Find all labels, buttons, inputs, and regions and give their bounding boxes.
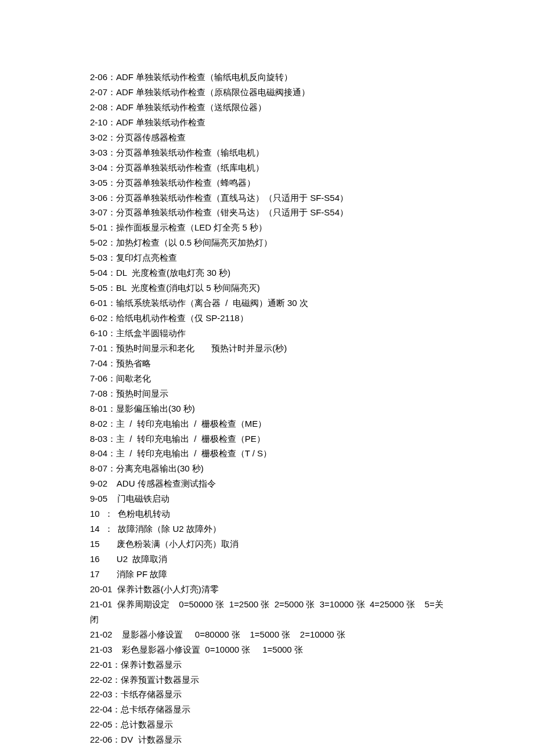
- text-line: 3-02：分页器传感器检查: [90, 130, 444, 145]
- text-line: 7-08：预热时间显示: [90, 386, 444, 401]
- text-line: 7-06：间歇老化: [90, 371, 444, 386]
- text-line: 3-07：分页器单独装纸动作检查（钳夹马达）（只适用于 SF-S54）: [90, 205, 444, 220]
- text-line: 6-01：输纸系统装纸动作（离合器 / 电磁阀）通断 30 次: [90, 296, 444, 311]
- document-page: 2-06：ADF 单独装纸动作检查（输纸电机反向旋转）2-07：ADF 单独装纸…: [0, 0, 534, 756]
- text-line: 15 废色粉装满（小人灯闪亮）取消: [90, 537, 444, 552]
- text-line: 22-02：保养预置计数器显示: [90, 672, 444, 687]
- text-line: 2-06：ADF 单独装纸动作检查（输纸电机反向旋转）: [90, 70, 444, 85]
- text-line: 9-02 ADU 传感器检查测试指令: [90, 476, 444, 491]
- text-line: 22-03：卡纸存储器显示: [90, 687, 444, 702]
- text-line: 8-02：主 / 转印充电输出 / 栅极检查（ME）: [90, 416, 444, 431]
- text-line: 2-08：ADF 单独装纸动作检查（送纸限位器）: [90, 100, 444, 115]
- text-line: 3-04：分页器单独装纸动作检查（纸库电机）: [90, 160, 444, 175]
- text-line: 8-07：分离充电器输出(30 秒): [90, 461, 444, 476]
- text-line: 5-05：BL 光度检查(消电灯以 5 秒间隔亮灭): [90, 280, 444, 296]
- text-line: 7-01：预热时间显示和老化 预热计时并显示(秒): [90, 341, 444, 356]
- text-line: 3-03：分页器单独装纸动作检查（输纸电机）: [90, 145, 444, 160]
- text-line: 8-03：主 / 转印充电输出 / 栅极检查（PE）: [90, 431, 444, 447]
- text-line: 16 U2 故障取消: [90, 552, 444, 567]
- text-line: 8-04：主 / 转印充电输出 / 栅极检查（T / S）: [90, 446, 444, 461]
- text-line: 2-07：ADF 单独装纸动作检查（原稿限位器电磁阀接通）: [90, 85, 444, 100]
- text-line: 21-02 显影器小修设置 0=80000 张 1=5000 张 2=10000…: [90, 627, 444, 642]
- text-line: 20-01 保养计数器(小人灯亮)清零: [90, 582, 444, 597]
- text-line: 3-05：分页器单独装纸动作检查（蜂鸣器）: [90, 175, 444, 190]
- document-content: 2-06：ADF 单独装纸动作检查（输纸电机反向旋转）2-07：ADF 单独装纸…: [90, 70, 444, 747]
- text-line: 5-01：操作面板显示检查（LED 灯全亮 5 秒）: [90, 220, 444, 235]
- text-line: 5-03：复印灯点亮检查: [90, 250, 444, 265]
- text-line: 8-01：显影偏压输出(30 秒): [90, 401, 444, 416]
- text-line: 17 消除 PF 故障: [90, 567, 444, 582]
- text-line: 3-06：分页器单独装纸动作检查（直线马达）（只适用于 SF-S54）: [90, 190, 444, 206]
- text-line: 2-10：ADF 单独装纸动作检查: [90, 115, 444, 130]
- text-line: 7-04：预热省略: [90, 356, 444, 371]
- text-line: 6-10：主纸盒半圆辊动作: [90, 326, 444, 341]
- text-line: 5-02：加热灯检查（以 0.5 秒间隔亮灭加热灯）: [90, 235, 444, 250]
- text-line: 9-05 门电磁铁启动: [90, 491, 444, 506]
- text-line: 22-01：保养计数器显示: [90, 657, 444, 672]
- text-line: 10 ： 色粉电机转动: [90, 506, 444, 521]
- text-line: 21-01 保养周期设定 0=50000 张 1=2500 张 2=5000 张…: [90, 597, 444, 627]
- text-line: 6-02：给纸电机动作检查（仅 SP-2118）: [90, 311, 444, 326]
- text-line: 21-03 彩色显影器小修设置 0=10000 张 1=5000 张: [90, 642, 444, 657]
- text-line: 5-04：DL 光度检查(放电灯亮 30 秒): [90, 265, 444, 280]
- text-line: 22-05：总计数器显示: [90, 717, 444, 732]
- text-line: 22-04：总卡纸存储器显示: [90, 702, 444, 717]
- text-line: 14 ： 故障消除（除 U2 故障外）: [90, 521, 444, 537]
- text-line: 22-06：DV 计数器显示: [90, 732, 444, 747]
